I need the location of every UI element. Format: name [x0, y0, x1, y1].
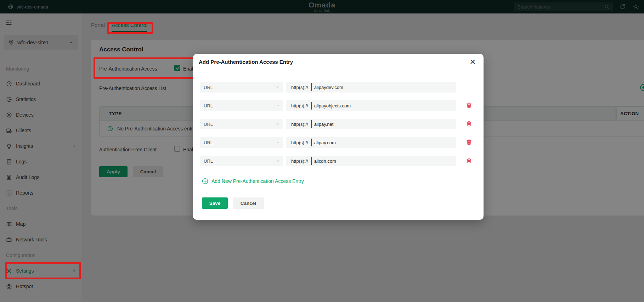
url-value: alipayobjects.com — [314, 103, 351, 108]
url-prefix: http(s):// — [291, 158, 308, 164]
entry-type-value: URL — [204, 140, 213, 145]
url-prefix: http(s):// — [291, 140, 308, 145]
entry-url-input[interactable]: http(s)://alipayobjects.com — [286, 100, 456, 111]
delete-entry-button[interactable] — [466, 121, 472, 128]
trash-icon — [466, 157, 472, 164]
url-prefix: http(s):// — [291, 103, 308, 108]
access-entry-row: URLhttp(s)://alicdn.com — [200, 156, 476, 166]
entry-type-value: URL — [204, 122, 213, 127]
entry-type-value: URL — [204, 85, 213, 90]
trash-icon — [466, 121, 472, 127]
chevron-down-icon — [276, 122, 280, 126]
access-entry-row: URLhttp(s)://alipayobjects.com — [200, 100, 476, 111]
chevron-down-icon — [276, 159, 280, 163]
access-entry-row: URLhttp(s)://alipaydev.com — [200, 82, 476, 93]
entry-type-value: URL — [204, 103, 213, 108]
input-divider — [311, 139, 312, 146]
entry-url-input[interactable]: http(s)://alipay.net — [286, 119, 456, 129]
access-entry-row: URLhttp(s)://alipay.com — [200, 137, 476, 148]
entry-type-select[interactable]: URL — [200, 100, 283, 111]
entry-type-select[interactable]: URL — [200, 119, 283, 129]
modal-cancel-button[interactable]: Cancel — [233, 197, 264, 209]
add-new-entry-link[interactable]: Add New Pre-Authentication Access Entry — [202, 178, 304, 184]
input-divider — [311, 120, 312, 128]
url-value: alipaydev.com — [314, 85, 343, 90]
add-entry-modal: Add Pre-Authentication Access Entry ✕ UR… — [193, 54, 484, 220]
access-entry-row: URLhttp(s)://alipay.net — [200, 119, 476, 129]
entry-rows: URLhttp(s)://alipaydev.comURLhttp(s)://a… — [200, 82, 476, 174]
url-prefix: http(s):// — [291, 122, 308, 127]
url-prefix: http(s):// — [291, 85, 308, 90]
input-divider — [311, 157, 312, 165]
entry-type-select[interactable]: URL — [200, 156, 283, 166]
save-button[interactable]: Save — [202, 197, 228, 209]
entry-url-input[interactable]: http(s)://alipaydev.com — [286, 82, 456, 93]
entry-url-input[interactable]: http(s)://alicdn.com — [286, 156, 456, 166]
close-icon[interactable]: ✕ — [468, 57, 477, 67]
entry-url-input[interactable]: http(s)://alipay.com — [286, 137, 456, 148]
plus-circle-icon — [202, 178, 208, 184]
chevron-down-icon — [276, 140, 280, 145]
chevron-down-icon — [276, 85, 280, 89]
input-divider — [311, 102, 312, 110]
entry-type-value: URL — [204, 158, 213, 164]
input-divider — [311, 83, 312, 91]
trash-icon — [466, 139, 472, 145]
delete-entry-button[interactable] — [466, 139, 472, 146]
entry-type-select[interactable]: URL — [200, 137, 283, 148]
chevron-down-icon — [276, 104, 280, 108]
url-value: alicdn.com — [314, 158, 336, 164]
modal-title: Add Pre-Authentication Access Entry — [199, 59, 293, 65]
trash-icon — [466, 102, 472, 108]
url-value: alipay.com — [314, 140, 336, 145]
delete-entry-button[interactable] — [466, 157, 472, 165]
entry-type-select[interactable]: URL — [200, 82, 283, 93]
delete-entry-button[interactable] — [466, 102, 472, 110]
add-new-entry-label: Add New Pre-Authentication Access Entry — [211, 178, 304, 184]
url-value: alipay.net — [314, 122, 334, 127]
